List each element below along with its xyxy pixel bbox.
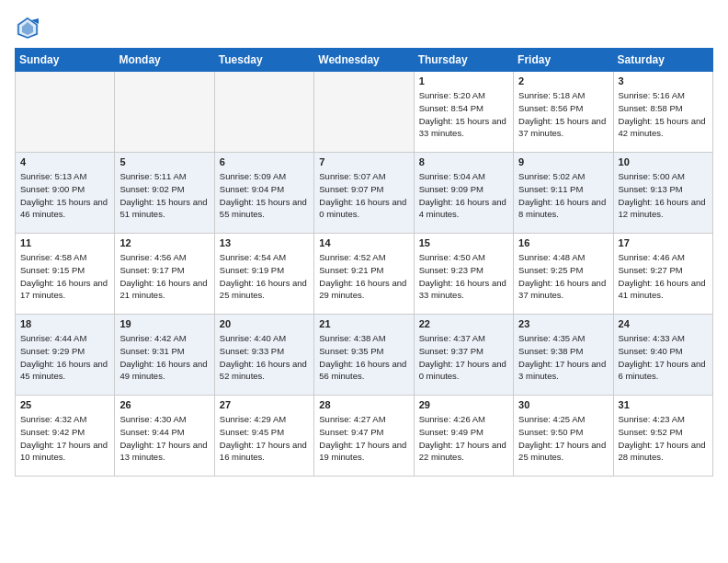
logo-icon (15, 15, 40, 40)
day-info: Sunrise: 4:35 AM Sunset: 9:38 PM Dayligh… (518, 332, 608, 383)
weekday-header: Tuesday (214, 49, 313, 72)
day-info: Sunrise: 5:09 AM Sunset: 9:04 PM Dayligh… (220, 170, 309, 221)
page-header (15, 15, 713, 40)
day-info: Sunrise: 5:04 AM Sunset: 9:09 PM Dayligh… (419, 170, 508, 221)
day-number: 18 (20, 318, 109, 329)
calendar-cell: 20Sunrise: 4:40 AM Sunset: 9:33 PM Dayli… (214, 315, 313, 396)
calendar-cell: 28Sunrise: 4:27 AM Sunset: 9:47 PM Dayli… (314, 396, 414, 477)
day-number: 10 (619, 156, 708, 167)
calendar-cell (314, 72, 414, 153)
calendar-cell: 14Sunrise: 4:52 AM Sunset: 9:21 PM Dayli… (314, 234, 414, 315)
day-number: 22 (419, 318, 508, 329)
calendar-cell: 4Sunrise: 5:13 AM Sunset: 9:00 PM Daylig… (16, 153, 115, 234)
calendar-cell: 18Sunrise: 4:44 AM Sunset: 9:29 PM Dayli… (16, 315, 115, 396)
calendar-cell: 23Sunrise: 4:35 AM Sunset: 9:38 PM Dayli… (514, 315, 613, 396)
calendar-cell: 12Sunrise: 4:56 AM Sunset: 9:17 PM Dayli… (115, 234, 214, 315)
day-info: Sunrise: 4:30 AM Sunset: 9:44 PM Dayligh… (119, 413, 209, 464)
calendar-table: SundayMondayTuesdayWednesdayThursdayFrid… (15, 48, 713, 477)
day-info: Sunrise: 4:46 AM Sunset: 9:27 PM Dayligh… (619, 251, 708, 302)
day-info: Sunrise: 5:13 AM Sunset: 9:00 PM Dayligh… (20, 170, 109, 221)
calendar-header: SundayMondayTuesdayWednesdayThursdayFrid… (16, 49, 713, 72)
day-info: Sunrise: 4:32 AM Sunset: 9:42 PM Dayligh… (20, 413, 109, 464)
day-number: 9 (518, 156, 608, 167)
calendar-cell: 31Sunrise: 4:23 AM Sunset: 9:52 PM Dayli… (613, 396, 712, 477)
calendar-cell: 26Sunrise: 4:30 AM Sunset: 9:44 PM Dayli… (115, 396, 214, 477)
day-number: 2 (518, 75, 608, 86)
logo (15, 15, 44, 40)
day-number: 26 (119, 399, 209, 410)
day-number: 6 (220, 156, 309, 167)
day-number: 14 (319, 237, 408, 248)
weekday-header: Thursday (414, 49, 513, 72)
calendar-cell: 13Sunrise: 4:54 AM Sunset: 9:19 PM Dayli… (214, 234, 313, 315)
day-info: Sunrise: 5:11 AM Sunset: 9:02 PM Dayligh… (119, 170, 209, 221)
calendar-cell: 3Sunrise: 5:16 AM Sunset: 8:58 PM Daylig… (613, 72, 712, 153)
day-number: 29 (419, 399, 508, 410)
calendar-cell: 21Sunrise: 4:38 AM Sunset: 9:35 PM Dayli… (314, 315, 414, 396)
calendar-week-row: 1Sunrise: 5:20 AM Sunset: 8:54 PM Daylig… (16, 72, 713, 153)
day-info: Sunrise: 4:40 AM Sunset: 9:33 PM Dayligh… (220, 332, 309, 383)
calendar-cell: 22Sunrise: 4:37 AM Sunset: 9:37 PM Dayli… (414, 315, 513, 396)
calendar-cell: 1Sunrise: 5:20 AM Sunset: 8:54 PM Daylig… (414, 72, 513, 153)
day-info: Sunrise: 5:18 AM Sunset: 8:56 PM Dayligh… (518, 89, 608, 140)
day-number: 30 (518, 399, 608, 410)
calendar-body: 1Sunrise: 5:20 AM Sunset: 8:54 PM Daylig… (16, 72, 713, 477)
day-info: Sunrise: 4:52 AM Sunset: 9:21 PM Dayligh… (319, 251, 408, 302)
day-info: Sunrise: 5:00 AM Sunset: 9:13 PM Dayligh… (619, 170, 708, 221)
weekday-header: Monday (115, 49, 214, 72)
day-number: 17 (619, 237, 708, 248)
day-number: 24 (619, 318, 708, 329)
day-number: 28 (319, 399, 408, 410)
day-info: Sunrise: 5:16 AM Sunset: 8:58 PM Dayligh… (619, 89, 708, 140)
calendar-cell: 30Sunrise: 4:25 AM Sunset: 9:50 PM Dayli… (514, 396, 613, 477)
weekday-header: Friday (514, 49, 613, 72)
day-info: Sunrise: 4:58 AM Sunset: 9:15 PM Dayligh… (20, 251, 109, 302)
day-number: 12 (119, 237, 209, 248)
calendar-week-row: 11Sunrise: 4:58 AM Sunset: 9:15 PM Dayli… (16, 234, 713, 315)
day-number: 7 (319, 156, 408, 167)
calendar-cell (16, 72, 115, 153)
calendar-week-row: 4Sunrise: 5:13 AM Sunset: 9:00 PM Daylig… (16, 153, 713, 234)
calendar-cell: 8Sunrise: 5:04 AM Sunset: 9:09 PM Daylig… (414, 153, 513, 234)
day-number: 21 (319, 318, 408, 329)
day-info: Sunrise: 4:29 AM Sunset: 9:45 PM Dayligh… (220, 413, 309, 464)
day-number: 3 (619, 75, 708, 86)
day-number: 16 (518, 237, 608, 248)
weekday-header: Wednesday (314, 49, 414, 72)
weekday-header: Sunday (16, 49, 115, 72)
calendar-cell: 5Sunrise: 5:11 AM Sunset: 9:02 PM Daylig… (115, 153, 214, 234)
calendar-cell: 24Sunrise: 4:33 AM Sunset: 9:40 PM Dayli… (613, 315, 712, 396)
day-number: 31 (619, 399, 708, 410)
calendar-cell: 10Sunrise: 5:00 AM Sunset: 9:13 PM Dayli… (613, 153, 712, 234)
calendar-cell: 2Sunrise: 5:18 AM Sunset: 8:56 PM Daylig… (514, 72, 613, 153)
calendar-week-row: 25Sunrise: 4:32 AM Sunset: 9:42 PM Dayli… (16, 396, 713, 477)
day-info: Sunrise: 4:23 AM Sunset: 9:52 PM Dayligh… (619, 413, 708, 464)
day-number: 19 (119, 318, 209, 329)
day-number: 4 (20, 156, 109, 167)
day-info: Sunrise: 5:07 AM Sunset: 9:07 PM Dayligh… (319, 170, 408, 221)
header-row: SundayMondayTuesdayWednesdayThursdayFrid… (16, 49, 713, 72)
calendar-cell: 11Sunrise: 4:58 AM Sunset: 9:15 PM Dayli… (16, 234, 115, 315)
day-info: Sunrise: 4:56 AM Sunset: 9:17 PM Dayligh… (119, 251, 209, 302)
day-info: Sunrise: 5:02 AM Sunset: 9:11 PM Dayligh… (518, 170, 608, 221)
calendar-cell: 9Sunrise: 5:02 AM Sunset: 9:11 PM Daylig… (514, 153, 613, 234)
day-number: 27 (220, 399, 309, 410)
day-info: Sunrise: 4:37 AM Sunset: 9:37 PM Dayligh… (419, 332, 508, 383)
calendar-cell: 16Sunrise: 4:48 AM Sunset: 9:25 PM Dayli… (514, 234, 613, 315)
day-number: 8 (419, 156, 508, 167)
day-info: Sunrise: 4:25 AM Sunset: 9:50 PM Dayligh… (518, 413, 608, 464)
calendar-cell: 7Sunrise: 5:07 AM Sunset: 9:07 PM Daylig… (314, 153, 414, 234)
calendar-cell: 19Sunrise: 4:42 AM Sunset: 9:31 PM Dayli… (115, 315, 214, 396)
day-number: 15 (419, 237, 508, 248)
day-info: Sunrise: 4:48 AM Sunset: 9:25 PM Dayligh… (518, 251, 608, 302)
day-number: 11 (20, 237, 109, 248)
day-info: Sunrise: 5:20 AM Sunset: 8:54 PM Dayligh… (419, 89, 508, 140)
calendar-cell (214, 72, 313, 153)
day-info: Sunrise: 4:38 AM Sunset: 9:35 PM Dayligh… (319, 332, 408, 383)
weekday-header: Saturday (613, 49, 712, 72)
calendar-cell: 6Sunrise: 5:09 AM Sunset: 9:04 PM Daylig… (214, 153, 313, 234)
day-number: 25 (20, 399, 109, 410)
day-info: Sunrise: 4:42 AM Sunset: 9:31 PM Dayligh… (119, 332, 209, 383)
calendar-cell: 17Sunrise: 4:46 AM Sunset: 9:27 PM Dayli… (613, 234, 712, 315)
day-info: Sunrise: 4:27 AM Sunset: 9:47 PM Dayligh… (319, 413, 408, 464)
